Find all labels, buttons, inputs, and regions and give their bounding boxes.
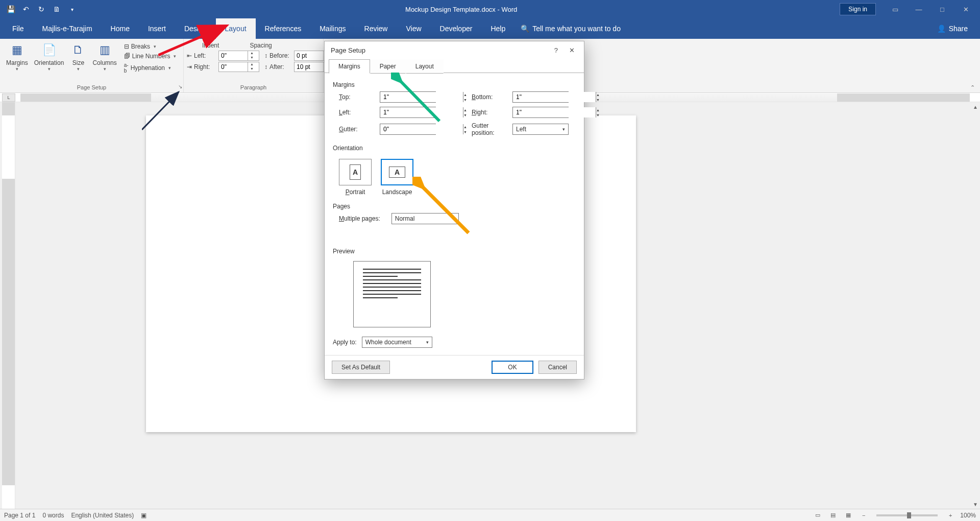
ribbon-display-icon[interactable]: ▭ — [884, 2, 906, 16]
tell-me-search[interactable]: 🔍 Tell me what you want to do — [521, 18, 621, 39]
apply-to-label: Apply to: — [333, 339, 357, 346]
print-layout-icon[interactable]: ▤ — [827, 511, 839, 520]
dialog-tab-paper[interactable]: Paper — [370, 59, 406, 74]
tab-majlis[interactable]: Majlis-e-Tarajim — [33, 18, 102, 39]
gutter-position-select[interactable]: Left▾ — [512, 124, 569, 135]
close-icon[interactable]: ✕ — [954, 2, 977, 16]
dialog-titlebar[interactable]: Page Setup ? ✕ — [325, 41, 584, 59]
tab-help[interactable]: Help — [481, 18, 514, 39]
status-language[interactable]: English (United States) — [71, 512, 134, 519]
columns-icon: ▥ — [96, 42, 113, 58]
tab-mailings[interactable]: Mailings — [310, 18, 355, 39]
orientation-button[interactable]: 📄 Orientation ▾ — [31, 41, 67, 73]
maximize-icon[interactable]: □ — [931, 2, 953, 16]
section-preview-label: Preview — [333, 245, 576, 258]
orientation-portrait[interactable]: A Portrait — [339, 159, 372, 196]
read-mode-icon[interactable]: ▭ — [812, 511, 823, 520]
margin-right-input[interactable]: ▲▼ — [512, 107, 569, 118]
sign-in-button[interactable]: Sign in — [840, 3, 876, 15]
section-margins-label: Margins — [333, 78, 576, 91]
tab-layout[interactable]: Layout — [216, 18, 256, 39]
hyphenation-button[interactable]: a-bHyphenation — [122, 61, 179, 75]
zoom-in-icon[interactable]: + — [945, 511, 956, 520]
indent-right-icon: ⇥ — [187, 63, 192, 70]
gutter-position-label: Gutter position: — [472, 122, 512, 136]
qat-customize-icon[interactable]: ▾ — [65, 3, 79, 16]
columns-button[interactable]: ▥ Columns ▾ — [89, 41, 119, 73]
print-preview-icon[interactable]: 🗎 — [50, 3, 63, 16]
tab-developer[interactable]: Developer — [431, 18, 482, 39]
share-button[interactable]: 👤 Share — [928, 18, 977, 39]
line-numbers-label: Line Numbers — [132, 53, 170, 60]
page-setup-dialog: Page Setup ? ✕ Margins Paper Layout Marg… — [324, 41, 584, 380]
chevron-down-icon: ▾ — [562, 127, 565, 132]
dialog-title: Page Setup — [331, 46, 365, 54]
dialog-tab-layout[interactable]: Layout — [406, 59, 444, 74]
indent-right-label: Right: — [194, 63, 216, 70]
dialog-close-icon[interactable]: ✕ — [566, 44, 578, 56]
vertical-ruler[interactable] — [2, 102, 15, 509]
ok-button[interactable]: OK — [492, 361, 533, 374]
scroll-down-icon[interactable]: ▼ — [971, 500, 980, 509]
indent-right-input[interactable]: ▲▼ — [218, 62, 259, 72]
redo-icon[interactable]: ↻ — [35, 3, 48, 16]
cancel-button[interactable]: Cancel — [538, 361, 577, 374]
set-as-default-button[interactable]: Set As Default — [332, 361, 390, 374]
zoom-slider[interactable] — [876, 514, 938, 516]
spacing-after-label: After: — [270, 63, 292, 70]
scroll-track[interactable] — [971, 111, 980, 500]
dialog-help-icon[interactable]: ? — [551, 44, 561, 56]
hyphenation-label: Hyphenation — [131, 64, 165, 72]
apply-to-value: Whole document — [365, 339, 411, 346]
margin-top-input[interactable]: ▲▼ — [380, 91, 436, 103]
tab-design[interactable]: Design — [175, 18, 216, 39]
dialog-footer: Set As Default OK Cancel — [325, 355, 584, 379]
minimize-icon[interactable]: — — [908, 2, 930, 16]
margin-left-input[interactable]: ▲▼ — [380, 107, 436, 118]
tab-review[interactable]: Review — [355, 18, 397, 39]
portrait-label: Portrait — [346, 188, 365, 196]
tab-references[interactable]: References — [256, 18, 311, 39]
breaks-label: Breaks — [131, 43, 150, 50]
scroll-up-icon[interactable]: ▲ — [971, 102, 980, 111]
size-icon: 🗋 — [70, 42, 86, 58]
columns-label: Columns — [92, 59, 116, 66]
apply-to-select[interactable]: Whole document▾ — [362, 337, 432, 348]
section-pages-label: Pages — [333, 200, 576, 213]
collapse-ribbon-icon[interactable]: ⌃ — [968, 83, 977, 91]
tab-file[interactable]: File — [3, 18, 33, 39]
document-title: Mockup Design Template.docx - Word — [83, 6, 840, 13]
margins-button[interactable]: ▦ Margins ▾ — [3, 41, 31, 73]
title-bar: 💾 ↶ ↻ 🗎 ▾ Mockup Design Template.docx - … — [0, 0, 980, 18]
vertical-scrollbar[interactable]: ▲ ▼ — [971, 102, 980, 509]
margin-bottom-input[interactable]: ▲▼ — [512, 91, 569, 103]
size-label: Size — [72, 59, 84, 66]
tab-view[interactable]: View — [397, 18, 430, 39]
breaks-button[interactable]: ⊟Breaks — [122, 42, 179, 51]
undo-icon[interactable]: ↶ — [19, 3, 33, 16]
spacing-before-label: Before: — [270, 52, 292, 59]
margins-label: Margins — [6, 59, 28, 66]
spacing-before-icon: ↕ — [264, 52, 267, 59]
multiple-pages-select[interactable]: Normal▾ — [391, 213, 459, 224]
tab-insert[interactable]: Insert — [139, 18, 175, 39]
status-page[interactable]: Page 1 of 1 — [4, 512, 35, 519]
zoom-out-icon[interactable]: − — [858, 511, 869, 520]
indent-left-input[interactable]: ▲▼ — [218, 51, 259, 61]
preview-box — [353, 261, 431, 327]
macro-recording-icon[interactable]: ▣ — [141, 512, 146, 519]
web-layout-icon[interactable]: ▦ — [843, 511, 854, 520]
orientation-landscape[interactable]: A Landscape — [381, 159, 413, 196]
zoom-level[interactable]: 100% — [960, 512, 976, 519]
dialog-tab-margins[interactable]: Margins — [329, 59, 370, 74]
tab-selector[interactable]: L — [2, 93, 15, 102]
dialog-tabs: Margins Paper Layout — [325, 59, 584, 73]
page-setup-launcher-icon[interactable]: ↘ — [177, 83, 184, 90]
save-icon[interactable]: 💾 — [4, 3, 17, 16]
spacing-after-icon: ↕ — [264, 63, 267, 70]
line-numbers-button[interactable]: 🗐Line Numbers — [122, 52, 179, 61]
status-words[interactable]: 0 words — [42, 512, 64, 519]
tab-home[interactable]: Home — [102, 18, 139, 39]
size-button[interactable]: 🗋 Size ▾ — [67, 41, 89, 73]
gutter-input[interactable]: ▲▼ — [380, 124, 436, 135]
